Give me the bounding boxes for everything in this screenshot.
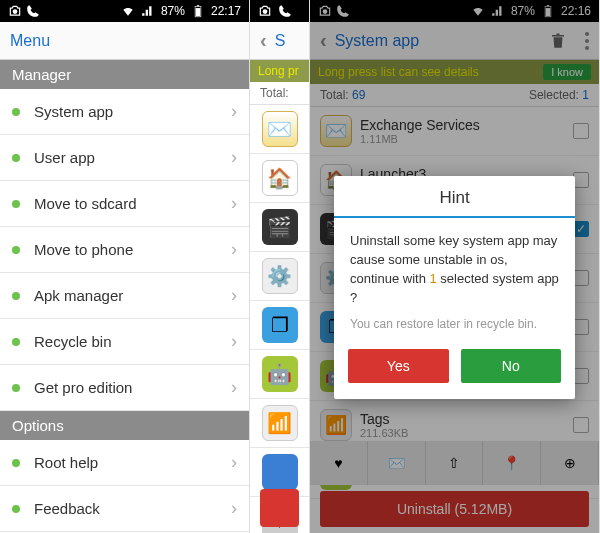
dialog-body: Uninstall some key system app may cause … [334, 218, 575, 313]
menu-item-move-phone[interactable]: Move to phone› [0, 227, 249, 273]
app-icon-row[interactable]: 🎬 [250, 203, 309, 252]
dialog-subtext: You can restore later in recycle bin. [334, 313, 575, 343]
phone-icon [278, 4, 292, 18]
status-bar [250, 0, 309, 22]
section-options: Options [0, 411, 249, 440]
blue-icon [262, 454, 298, 490]
app-icon-row[interactable]: 📶 [250, 399, 309, 448]
menu-item-root-help[interactable]: Root help› [0, 440, 249, 486]
menu-item-system-app[interactable]: System app› [0, 89, 249, 135]
bullet-icon [12, 505, 20, 513]
svg-rect-3 [197, 5, 199, 6]
app-icon-row[interactable]: 🤖 [250, 350, 309, 399]
bullet-icon [12, 459, 20, 467]
menu-header: Menu [0, 22, 249, 60]
camera-icon [8, 4, 22, 18]
bullet-icon [12, 338, 20, 346]
clapper-icon: 🎬 [262, 209, 298, 245]
section-manager: Manager [0, 60, 249, 89]
battery-icon [191, 4, 205, 18]
menu-panel: 87% 22:17 Menu Manager System app› User … [0, 0, 250, 533]
android-icon: 🤖 [262, 356, 298, 392]
no-button[interactable]: No [461, 349, 562, 383]
bullet-icon [12, 108, 20, 116]
battery-percent: 87% [161, 4, 185, 18]
svg-point-4 [263, 9, 268, 14]
tip-bar: Long pr [250, 60, 309, 82]
status-bar: 87% 22:17 [0, 0, 249, 22]
wifi-icon [121, 4, 135, 18]
yes-button[interactable]: Yes [348, 349, 449, 383]
menu-item-apk-manager[interactable]: Apk manager› [0, 273, 249, 319]
chevron-right-icon: › [231, 101, 237, 122]
page-title: S [275, 32, 299, 50]
copy-icon: ❐ [262, 307, 298, 343]
menu-item-feedback[interactable]: Feedback› [0, 486, 249, 532]
svg-point-0 [13, 9, 18, 14]
menu-title: Menu [10, 32, 50, 50]
dialog-title: Hint [334, 176, 575, 218]
app-icon-row[interactable]: ⚙️ [250, 252, 309, 301]
menu-item-move-sdcard[interactable]: Move to sdcard› [0, 181, 249, 227]
rss-icon: 📶 [262, 405, 298, 441]
back-icon[interactable]: ‹ [260, 29, 267, 52]
menu-item-pro[interactable]: Get pro edition› [0, 365, 249, 411]
hint-dialog: Hint Uninstall some key system app may c… [334, 176, 575, 399]
dialog-buttons: Yes No [334, 343, 575, 399]
bullet-icon [12, 384, 20, 392]
chevron-right-icon: › [231, 452, 237, 473]
signal-icon [141, 4, 155, 18]
svg-rect-2 [196, 8, 201, 16]
list-header: ‹ S [250, 22, 309, 60]
count-bar: Total: [250, 82, 309, 105]
chevron-right-icon: › [231, 147, 237, 168]
bullet-icon [12, 154, 20, 162]
system-app-panel: 87% 22:16 ‹ System app Long press list c… [310, 0, 600, 533]
chevron-right-icon: › [231, 193, 237, 214]
chevron-right-icon: › [231, 498, 237, 519]
camera-icon [258, 4, 272, 18]
list-panel-sliver: ‹ S Long pr Total: ✉️ 🏠 🎬 ⚙️ ❐ 🤖 📶 ♥ [250, 0, 310, 533]
clock: 22:17 [211, 4, 241, 18]
chevron-right-icon: › [231, 377, 237, 398]
app-icon-row[interactable]: ❐ [250, 301, 309, 350]
menu-item-user-app[interactable]: User app› [0, 135, 249, 181]
app-icon-row[interactable]: ✉️ [250, 105, 309, 154]
gear-icon: ⚙️ [262, 258, 298, 294]
bullet-icon [12, 200, 20, 208]
bullet-icon [12, 292, 20, 300]
house-icon: 🏠 [262, 160, 298, 196]
phone-icon [26, 4, 40, 18]
app-icon-row[interactable]: 🏠 [250, 154, 309, 203]
bullet-icon [12, 246, 20, 254]
chevron-right-icon: › [231, 239, 237, 260]
envelope-icon: ✉️ [262, 111, 298, 147]
chevron-right-icon: › [231, 285, 237, 306]
menu-item-recycle-bin[interactable]: Recycle bin› [0, 319, 249, 365]
chevron-right-icon: › [231, 331, 237, 352]
uninstall-button-sliver[interactable] [260, 489, 299, 527]
